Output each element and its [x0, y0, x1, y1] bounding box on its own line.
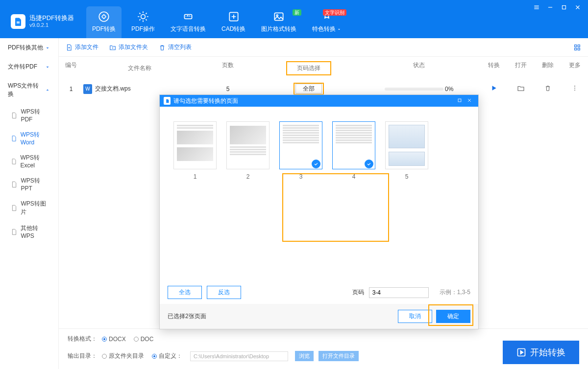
modal-maximize-button[interactable] [455, 97, 465, 104]
svg-rect-8 [578, 45, 580, 46]
format-docx-radio[interactable]: DOCX [102, 336, 126, 343]
svg-rect-10 [578, 48, 580, 50]
play-icon [490, 85, 497, 92]
outdir-original-radio[interactable]: 原文件夹目录 [102, 352, 144, 360]
svg-point-11 [574, 86, 575, 87]
tab-pdf-convert[interactable]: PDF转换 [86, 6, 122, 38]
status-cell: 0% [358, 86, 480, 92]
page-range-example: 示例：1,3-5 [440, 288, 470, 297]
sidebar-item-wps-image[interactable]: WPS转图片 [0, 196, 58, 220]
cancel-button[interactable]: 取消 [398, 310, 432, 323]
confirm-button[interactable]: 确定 [436, 310, 470, 323]
file-icon [11, 112, 17, 119]
top-tabs: PDF转换 PDF操作 文字语音转换 CAD转换 新 图片格式转换 文字识别 特… [84, 0, 349, 38]
folder-icon [517, 84, 525, 92]
svg-point-1 [141, 15, 146, 19]
file-icon [11, 158, 17, 165]
page-select-modal: 请勾选您需要转换的页面 1 2 3 4 5 全选 反选 页码 示例：1,3-5 [159, 94, 479, 329]
more-icon [571, 85, 578, 92]
sidebar-group-file-pdf[interactable]: 文件转PDF [0, 57, 58, 76]
tab-image-format[interactable]: 新 图片格式转换 [255, 6, 302, 38]
trash-icon [159, 44, 166, 51]
progress-bar [385, 88, 443, 91]
file-name-cell: W交接文档.wps [83, 84, 196, 94]
page-range-input[interactable] [369, 287, 429, 298]
chevron-down-icon [45, 64, 50, 70]
file-table-header: 编号 文件名称 页数 页码选择 状态 转换 打开 删除 更多 [59, 57, 588, 80]
maximize-button[interactable] [561, 4, 567, 12]
format-doc-radio[interactable]: DOC [134, 336, 154, 343]
svg-rect-15 [458, 99, 461, 102]
outdir-label: 输出目录： [68, 352, 97, 360]
page-thumb-1[interactable]: 1 [173, 121, 217, 180]
sidebar-item-wps-excel[interactable]: WPS转Excel [0, 150, 58, 173]
wps-file-icon: W [83, 84, 92, 94]
outdir-custom-radio[interactable]: 自定义： [152, 352, 182, 360]
page-thumb-2[interactable]: 2 [226, 121, 270, 180]
modal-footer-controls: 全选 反选 页码 示例：1,3-5 [160, 281, 478, 304]
pages-all-button[interactable]: 全部 [295, 84, 322, 93]
tab-pdf-operate[interactable]: PDF操作 [125, 6, 161, 38]
sidebar-item-wps-word[interactable]: WPS转Word [0, 127, 58, 150]
clear-list-button[interactable]: 清空列表 [159, 43, 192, 51]
grid-view-button[interactable] [573, 44, 581, 51]
main-panel: 添加文件 添加文件夹 清空列表 编号 文件名称 页数 页码选择 状态 转换 打开… [59, 38, 588, 369]
invert-select-button[interactable]: 反选 [207, 286, 241, 299]
open-folder-button[interactable]: 打开文件目录 [318, 351, 359, 361]
format-label: 转换格式： [68, 335, 97, 343]
pagesel-cell-highlight: 全部 [294, 83, 324, 95]
chevron-up-icon [45, 87, 50, 93]
check-icon [312, 160, 320, 168]
window-controls [533, 0, 588, 12]
svg-point-0 [99, 12, 109, 22]
modal-close-button[interactable] [465, 97, 474, 104]
page-thumb-5[interactable]: 5 [385, 121, 428, 180]
selected-count: 已选择2张页面 [168, 312, 206, 321]
tab-text-voice[interactable]: 文字语音转换 [165, 6, 212, 38]
play-circle-icon [516, 347, 526, 357]
add-folder-button[interactable]: 添加文件夹 [109, 43, 148, 51]
badge-new: 新 [293, 9, 301, 16]
badge-ocr: 文字识别 [323, 9, 346, 16]
add-file-button[interactable]: 添加文件 [66, 43, 98, 51]
add-folder-icon [109, 44, 116, 51]
path-input[interactable]: C:\Users\Administrator\Desktop [190, 351, 288, 361]
minimize-button[interactable] [547, 4, 554, 12]
tab-special[interactable]: 文字识别 特色转换 [306, 6, 347, 38]
start-convert-button[interactable]: 开始转换 [503, 341, 579, 364]
close-button[interactable] [574, 4, 581, 12]
delete-button[interactable] [534, 85, 561, 93]
select-all-button[interactable]: 全选 [168, 286, 202, 299]
modal-header: 请勾选您需要转换的页面 [160, 95, 478, 107]
svg-point-13 [574, 90, 575, 91]
check-icon [365, 160, 373, 168]
tab-cad[interactable]: CAD转换 [216, 6, 251, 38]
browse-button[interactable]: 浏览 [295, 351, 314, 361]
svg-point-12 [574, 88, 575, 89]
sidebar-group-wps[interactable]: WPS文件转换 [0, 76, 58, 104]
sidebar-group-pdf-other[interactable]: PDF转换其他 [0, 38, 58, 57]
chevron-down-icon [45, 45, 50, 51]
svg-rect-9 [575, 48, 577, 50]
file-icon [11, 204, 17, 212]
sidebar: PDF转换其他 文件转PDF WPS文件转换 WPS转PDF WPS转Word … [0, 38, 59, 369]
sidebar-item-wps-pdf[interactable]: WPS转PDF [0, 104, 58, 127]
sidebar-item-other-wps[interactable]: 其他转WPS [0, 220, 58, 243]
page-thumb-4[interactable]: 4 [332, 121, 375, 180]
convert-button[interactable] [480, 85, 507, 93]
modal-pages-area: 1 2 3 4 5 [160, 107, 478, 281]
menu-icon[interactable] [533, 4, 540, 12]
file-icon [11, 135, 17, 142]
modal-footer-actions: 已选择2张页面 取消 确定 [160, 304, 478, 329]
pagesel-header-highlight: 页码选择 [286, 61, 331, 75]
sidebar-item-wps-ppt[interactable]: WPS转PPT [0, 173, 58, 196]
more-button[interactable] [561, 85, 588, 93]
grid-icon [573, 44, 581, 51]
app-logo-icon [11, 14, 25, 29]
file-icon [11, 181, 18, 188]
page-thumb-3[interactable]: 3 [279, 121, 322, 180]
add-file-icon [66, 44, 73, 51]
app-logo-block: 迅捷PDF转换器 v9.0.2.1 [0, 0, 81, 38]
open-button[interactable] [507, 84, 534, 93]
trash-icon [544, 85, 551, 92]
